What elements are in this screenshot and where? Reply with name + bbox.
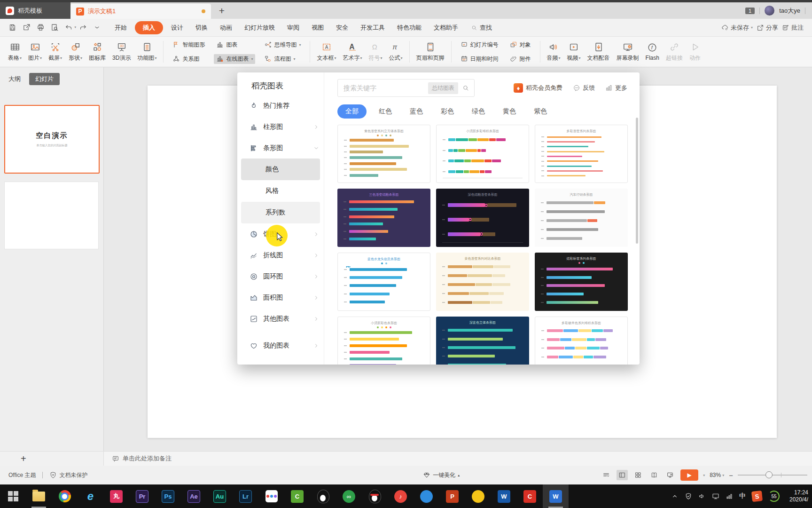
find-button[interactable]: 查找 [471, 24, 492, 32]
chrome-browser[interactable] [52, 484, 78, 508]
file-explorer[interactable] [26, 484, 52, 508]
comment-button[interactable]: 批注 [782, 24, 804, 32]
docer-templates-tab[interactable]: 稻壳模板 [0, 2, 70, 19]
tab-slides[interactable]: 幻灯片 [29, 73, 60, 85]
ribbon-tab-安全[interactable]: 安全 [330, 21, 354, 34]
ribbon-tab-审阅[interactable]: 审阅 [281, 21, 305, 34]
undo-icon[interactable] [65, 24, 73, 32]
slide-sorter-view-button[interactable] [632, 470, 644, 480]
save-icon[interactable] [8, 24, 16, 32]
user-avatar[interactable] [765, 6, 774, 16]
after-effects[interactable]: Ae [181, 484, 207, 508]
color-tab-红色[interactable]: 红色 [373, 105, 398, 118]
toolbar-在线图表-button[interactable]: 在线图表▾ [214, 54, 255, 64]
windows-start[interactable] [0, 484, 26, 508]
premiere[interactable]: Pr [129, 484, 155, 508]
volume-icon[interactable] [698, 492, 706, 500]
ribbon-tab-幻灯片放映[interactable]: 幻灯片放映 [238, 21, 281, 34]
notes-input[interactable]: 单击此处添加备注 [103, 452, 812, 466]
more-charts-button[interactable]: 更多 [605, 84, 627, 92]
toolbar-思维导图-button[interactable]: 思维导图▾ [262, 40, 303, 50]
output-icon[interactable] [23, 24, 31, 32]
color-tab-黄色[interactable]: 黄色 [497, 105, 522, 118]
color-tab-绿色[interactable]: 绿色 [466, 105, 491, 118]
chart-template-card[interactable]: 多彩渐变系列条形图 [535, 125, 628, 183]
zoom-slider[interactable] [738, 470, 807, 480]
chart-menu-其他图表[interactable]: 其他图表 [237, 308, 324, 329]
lightroom[interactable]: Lr [233, 484, 258, 508]
pink-app[interactable]: 丸 [103, 484, 129, 508]
slide-thumbnail-1[interactable]: 空白演示 单击输入您的封面副标题 [4, 105, 100, 174]
chart-menu-圆环图[interactable]: 圆环图 [237, 266, 324, 287]
toolbar-音频-button[interactable]: 音频▾ [544, 41, 564, 63]
tab-outline[interactable]: 大纲 [4, 73, 25, 85]
chart-template-card[interactable]: 素色渐变系列立方体条形图 [337, 125, 430, 183]
add-slide-button[interactable]: + [0, 453, 103, 464]
play-options-chevron-icon[interactable]: ▾ [703, 473, 705, 477]
chart-template-card[interactable]: 深色炫酷渐变条形图 [436, 189, 529, 247]
tray-expand-icon[interactable] [671, 492, 679, 500]
chart-menu-折线图[interactable]: 折线图 [237, 245, 324, 266]
network-icon[interactable] [726, 492, 733, 500]
color-tab-彩色[interactable]: 彩色 [435, 105, 460, 118]
toolbar-视频-button[interactable]: 视频▾ [564, 41, 584, 63]
zoom-out-button[interactable]: − [729, 471, 733, 479]
chart-template-card[interactable]: 炫彩标签系列条形图 [535, 253, 628, 311]
share-button[interactable]: 分享 [757, 24, 778, 32]
battery-indicator[interactable]: 55 [768, 491, 780, 502]
chart-template-card[interactable]: 多彩糖果色系列堆积条形图 [535, 317, 628, 365]
collapse-icon[interactable] [93, 24, 101, 32]
toolbar-功能图-button[interactable]: 功能图▾ [134, 41, 160, 63]
toolbar-图表-button[interactable]: 图表 [214, 40, 255, 50]
print-icon[interactable] [37, 24, 45, 32]
preview-icon[interactable] [51, 24, 59, 32]
chart-template-card[interactable]: 黄色渐变系列对比条形图 [436, 253, 529, 311]
toolbar-对象-button[interactable]: 对象 [508, 40, 533, 50]
toolbar-文本框-button[interactable]: A文本框▾ [313, 41, 339, 63]
ribbon-tab-设计[interactable]: 设计 [165, 21, 189, 34]
toolbar-3D演示-button[interactable]: 3D3D演示 [109, 41, 134, 63]
toolbar-附件-button[interactable]: 附件 [508, 54, 533, 64]
chart-template-card[interactable]: 汽车行销条形图 [535, 189, 628, 247]
toolbar-流程图-button[interactable]: 流程图▾ [262, 54, 303, 64]
color-tab-紫色[interactable]: 紫色 [528, 105, 553, 118]
toolbar-公式-button[interactable]: π公式▾ [386, 41, 406, 63]
green-circle-app[interactable]: ∞ [336, 484, 362, 508]
red-penguin-app[interactable] [362, 484, 388, 508]
search-icon[interactable] [462, 84, 469, 92]
word[interactable]: W [491, 484, 517, 508]
chart-template-card[interactable]: 三色渐变炫酷条形图 [337, 189, 430, 247]
toolbar-艺术字-button[interactable]: A艺术字▾ [339, 41, 365, 63]
ribbon-tab-开始[interactable]: 开始 [109, 21, 133, 34]
sogou-input-icon[interactable]: S [751, 491, 763, 502]
ribbon-tab-特色功能[interactable]: 特色功能 [391, 21, 428, 34]
search-tag[interactable]: 总结图表 [428, 82, 458, 94]
toolbar-表格-button[interactable]: 表格▾ [5, 41, 25, 63]
powerpoint[interactable]: P [439, 484, 465, 508]
audition[interactable]: Au [207, 484, 233, 508]
photoshop[interactable]: Ps [155, 484, 181, 508]
reading-view-button[interactable] [648, 470, 660, 480]
one-click-beautify-button[interactable]: 一键美化 ▴ [423, 471, 460, 479]
toolbar-页眉和页脚-button[interactable]: 页眉和页脚 [413, 41, 448, 63]
normal-view-button[interactable] [617, 470, 628, 480]
toolbar-截屏-button[interactable]: 截屏▾ [45, 41, 65, 63]
chart-menu-热门推荐[interactable]: 热门推荐 [237, 95, 324, 116]
ribbon-tab-插入[interactable]: 插入 [135, 21, 163, 34]
ribbon-tab-文档助手[interactable]: 文档助手 [428, 21, 464, 34]
toolbar-幻灯片编号-button[interactable]: #幻灯片编号 [458, 40, 501, 50]
chart-template-card[interactable]: 小清新多彩堆积条形图 [436, 125, 529, 183]
chart-menu-颜色[interactable]: 颜色 [241, 159, 320, 180]
taskbar-clock[interactable]: 17:24 2020/4/ [786, 489, 808, 503]
blue-circle-app[interactable] [414, 484, 439, 508]
chart-menu-系列数[interactable]: 系列数 [241, 202, 320, 223]
slide-thumbnail-2[interactable] [4, 182, 99, 249]
document-tab[interactable]: P 演示文稿1 [70, 4, 211, 19]
chart-menu-我的图表[interactable]: 我的图表 [237, 335, 324, 356]
redo-icon[interactable] [79, 24, 87, 32]
defender-shield-icon[interactable] [685, 492, 692, 500]
chart-menu-柱形图[interactable]: 柱形图 [237, 116, 324, 137]
ribbon-tab-切换[interactable]: 切换 [189, 21, 214, 34]
ribbon-tab-开发工具[interactable]: 开发工具 [354, 21, 391, 34]
music-app[interactable]: ♪ [388, 484, 414, 508]
